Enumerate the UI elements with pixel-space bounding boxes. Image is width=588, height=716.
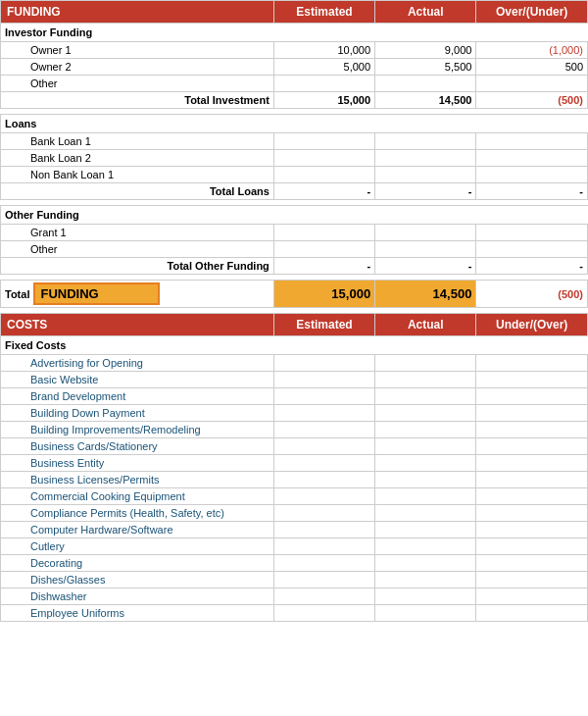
grant1-actual[interactable] bbox=[375, 225, 476, 241]
owner1-estimated[interactable]: 10,000 bbox=[273, 42, 374, 59]
bank-loan1-actual[interactable] bbox=[375, 133, 476, 150]
non-bank-loan1-estimated[interactable] bbox=[273, 167, 374, 183]
dishwasher-actual[interactable] bbox=[375, 588, 476, 605]
dishwasher-estimated[interactable] bbox=[273, 588, 374, 605]
basic-website-label: Basic Website bbox=[1, 372, 274, 388]
other-funding-other-label: Other bbox=[1, 241, 274, 258]
business-cards-label: Business Cards/Stationery bbox=[1, 438, 274, 455]
grand-total-actual: 14,500 bbox=[375, 281, 476, 308]
bank-loan1-estimated[interactable] bbox=[273, 133, 374, 150]
table-row: Employee Uniforms bbox=[1, 605, 588, 622]
table-row: Building Improvements/Remodeling bbox=[1, 422, 588, 438]
dishes-glasses-under-over bbox=[476, 572, 588, 588]
commercial-cooking-actual[interactable] bbox=[375, 488, 476, 505]
owner1-over-under: (1,000) bbox=[476, 42, 588, 59]
total-investment-over-under: (500) bbox=[476, 92, 588, 109]
dishes-glasses-estimated[interactable] bbox=[273, 572, 374, 588]
basic-website-actual[interactable] bbox=[375, 372, 476, 388]
owner2-over-under: 500 bbox=[476, 59, 588, 76]
table-row: Advertising for Opening bbox=[1, 355, 588, 372]
table-row: Owner 2 5,000 5,500 500 bbox=[1, 59, 588, 76]
investor-funding-title-row: Investor Funding bbox=[1, 24, 588, 42]
investor-other-estimated[interactable] bbox=[273, 76, 374, 92]
bank-loan2-actual[interactable] bbox=[375, 150, 476, 167]
non-bank-loan1-label: Non Bank Loan 1 bbox=[1, 167, 274, 183]
computer-hardware-label: Computer Hardware/Software bbox=[1, 522, 274, 538]
total-loans-estimated: - bbox=[273, 183, 374, 200]
employee-uniforms-under-over bbox=[476, 605, 588, 622]
table-row: Brand Development bbox=[1, 388, 588, 405]
cutlery-under-over bbox=[476, 538, 588, 555]
business-entity-actual[interactable] bbox=[375, 455, 476, 472]
non-bank-loan1-actual[interactable] bbox=[375, 167, 476, 183]
compliance-permits-actual[interactable] bbox=[375, 505, 476, 522]
owner1-actual[interactable]: 9,000 bbox=[375, 42, 476, 59]
total-other-funding-estimated: - bbox=[273, 258, 374, 275]
building-down-payment-estimated[interactable] bbox=[273, 405, 374, 422]
building-down-payment-actual[interactable] bbox=[375, 405, 476, 422]
computer-hardware-actual[interactable] bbox=[375, 522, 476, 538]
other-funding-title: Other Funding bbox=[1, 206, 588, 225]
total-other-funding-label: Total Other Funding bbox=[1, 258, 274, 275]
costs-under-over-header: Under/(Over) bbox=[476, 314, 588, 336]
grand-total-estimated: 15,000 bbox=[273, 281, 374, 308]
owner2-estimated[interactable]: 5,000 bbox=[273, 59, 374, 76]
business-entity-under-over bbox=[476, 455, 588, 472]
brand-development-actual[interactable] bbox=[375, 388, 476, 405]
owner2-label: Owner 2 bbox=[1, 59, 274, 76]
advertising-estimated[interactable] bbox=[273, 355, 374, 372]
other-funding-other-actual[interactable] bbox=[375, 241, 476, 258]
funding-table: FUNDING Estimated Actual Over/(Under) In… bbox=[0, 0, 588, 622]
employee-uniforms-estimated[interactable] bbox=[273, 605, 374, 622]
basic-website-estimated[interactable] bbox=[273, 372, 374, 388]
business-cards-actual[interactable] bbox=[375, 438, 476, 455]
cutlery-actual[interactable] bbox=[375, 538, 476, 555]
grant1-estimated[interactable] bbox=[273, 225, 374, 241]
owner2-actual[interactable]: 5,500 bbox=[375, 59, 476, 76]
dishwasher-under-over bbox=[476, 588, 588, 605]
total-investment-estimated: 15,000 bbox=[273, 92, 374, 109]
fixed-costs-title: Fixed Costs bbox=[1, 336, 588, 355]
other-funding-other-estimated[interactable] bbox=[273, 241, 374, 258]
loans-title-row: Loans bbox=[1, 115, 588, 133]
total-investment-label: Total Investment bbox=[1, 92, 274, 109]
grand-total-funding-highlight: FUNDING bbox=[33, 282, 160, 305]
business-entity-label: Business Entity bbox=[1, 455, 274, 472]
dishes-glasses-actual[interactable] bbox=[375, 572, 476, 588]
business-cards-estimated[interactable] bbox=[273, 438, 374, 455]
decorating-estimated[interactable] bbox=[273, 555, 374, 572]
building-improvements-estimated[interactable] bbox=[273, 422, 374, 438]
table-row: Other bbox=[1, 76, 588, 92]
business-entity-estimated[interactable] bbox=[273, 455, 374, 472]
compliance-permits-estimated[interactable] bbox=[273, 505, 374, 522]
owner1-label: Owner 1 bbox=[1, 42, 274, 59]
building-down-payment-label: Building Down Payment bbox=[1, 405, 274, 422]
fixed-costs-title-row: Fixed Costs bbox=[1, 336, 588, 355]
business-cards-under-over bbox=[476, 438, 588, 455]
business-licenses-actual[interactable] bbox=[375, 472, 476, 488]
advertising-actual[interactable] bbox=[375, 355, 476, 372]
table-row: Business Licenses/Permits bbox=[1, 472, 588, 488]
employee-uniforms-actual[interactable] bbox=[375, 605, 476, 622]
building-improvements-actual[interactable] bbox=[375, 422, 476, 438]
cutlery-estimated[interactable] bbox=[273, 538, 374, 555]
costs-estimated-header: Estimated bbox=[273, 314, 374, 336]
total-word: Total bbox=[5, 288, 33, 300]
decorating-actual[interactable] bbox=[375, 555, 476, 572]
commercial-cooking-estimated[interactable] bbox=[273, 488, 374, 505]
investor-other-actual[interactable] bbox=[375, 76, 476, 92]
basic-website-under-over bbox=[476, 372, 588, 388]
computer-hardware-under-over bbox=[476, 522, 588, 538]
bank-loan2-label: Bank Loan 2 bbox=[1, 150, 274, 167]
loans-title: Loans bbox=[1, 115, 588, 133]
table-row: Owner 1 10,000 9,000 (1,000) bbox=[1, 42, 588, 59]
business-licenses-estimated[interactable] bbox=[273, 472, 374, 488]
bank-loan1-label: Bank Loan 1 bbox=[1, 133, 274, 150]
bank-loan2-estimated[interactable] bbox=[273, 150, 374, 167]
building-improvements-label: Building Improvements/Remodeling bbox=[1, 422, 274, 438]
computer-hardware-estimated[interactable] bbox=[273, 522, 374, 538]
compliance-permits-under-over bbox=[476, 505, 588, 522]
brand-development-estimated[interactable] bbox=[273, 388, 374, 405]
dishwasher-label: Dishwasher bbox=[1, 588, 274, 605]
business-licenses-label: Business Licenses/Permits bbox=[1, 472, 274, 488]
